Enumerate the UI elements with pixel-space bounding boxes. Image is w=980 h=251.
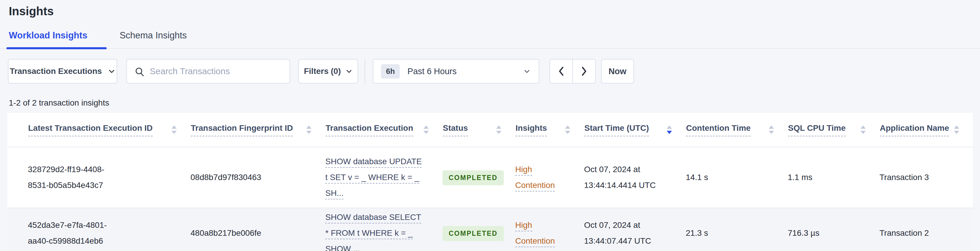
time-pager: [549, 59, 596, 83]
fingerprint-id-cell: 08d8b7d97f830463: [191, 147, 325, 208]
sort-arrows-icon[interactable]: [172, 126, 177, 134]
sql-cpu-time-cell: 716.3 µs: [788, 208, 880, 251]
application-name-cell: Transaction 3: [880, 147, 973, 208]
sql-cpu-time-cell: 1.1 ms: [788, 147, 880, 208]
sort-arrows-icon[interactable]: [496, 126, 501, 134]
time-range-label: Past 6 Hours: [407, 67, 457, 76]
high-contention-link[interactable]: High Contention: [515, 221, 555, 247]
high-contention-link[interactable]: High Contention: [515, 165, 555, 192]
execution-id-cell: 452da3e7-e7fa-4801-aa40-c59988d14eb6: [7, 208, 191, 251]
start-time-cell: Oct 07, 2024 at 13:44:07.447 UTC: [584, 208, 686, 251]
page-title: Insights: [0, 0, 980, 18]
column-header-application-name[interactable]: Application Name: [880, 113, 973, 147]
table-header-row: Latest Transaction Execution ID Transact…: [7, 113, 973, 147]
chevron-down-icon: [523, 67, 531, 75]
column-header-transaction-execution[interactable]: Transaction Execution: [325, 113, 442, 147]
sort-arrows-icon[interactable]: [769, 126, 774, 134]
contention-time-cell: 21.3 s: [686, 208, 788, 251]
time-range-picker[interactable]: 6h Past 6 Hours: [373, 59, 539, 83]
sort-arrows-icon[interactable]: [861, 126, 866, 134]
column-header-start-time[interactable]: Start Time (UTC): [584, 113, 686, 147]
toolbar: Transaction Executions Filters (0) 6h Pa…: [0, 59, 980, 83]
sort-arrows-icon[interactable]: [667, 126, 672, 134]
column-header-fingerprint-id[interactable]: Transaction Fingerprint ID: [191, 113, 325, 147]
toolbar-divider: [364, 59, 365, 83]
search-icon: [135, 67, 145, 77]
fingerprint-id-cell: 480a8b217be006fe: [191, 208, 325, 251]
results-count: 1-2 of 2 transaction insights: [9, 98, 980, 108]
status-cell: COMPLETED: [442, 208, 515, 251]
search-input[interactable]: [127, 59, 290, 83]
application-name-cell: Transaction 2: [880, 208, 973, 251]
transaction-execution-cell: SHOW database UPDATE t SET v = _ WHERE k…: [325, 147, 442, 208]
transaction-execution-link[interactable]: SHOW database UPDATE t SET v = _ WHERE k…: [325, 157, 422, 200]
execution-type-label: Transaction Executions: [10, 67, 102, 76]
insights-cell: High Contention: [515, 208, 584, 251]
column-header-latest-execution-id[interactable]: Latest Transaction Execution ID: [7, 113, 191, 147]
filters-dropdown[interactable]: Filters (0): [298, 59, 358, 83]
tab-workload-insights[interactable]: Workload Insights: [9, 30, 88, 48]
transaction-execution-cell: SHOW database SELECT * FROM t WHERE k = …: [325, 208, 442, 251]
chevron-down-icon: [108, 67, 116, 75]
status-badge: COMPLETED: [442, 170, 504, 185]
chevron-left-icon: [557, 66, 566, 76]
sort-arrows-icon[interactable]: [306, 126, 312, 134]
status-cell: COMPLETED: [442, 147, 515, 208]
chevron-down-icon: [345, 68, 353, 75]
table-row: 452da3e7-e7fa-4801-aa40-c59988d14eb6 480…: [7, 208, 973, 251]
sort-arrows-icon[interactable]: [423, 126, 429, 134]
execution-type-dropdown[interactable]: Transaction Executions: [8, 59, 117, 83]
filters-label: Filters (0): [304, 67, 341, 76]
now-button-label: Now: [608, 67, 626, 76]
now-button[interactable]: Now: [601, 59, 634, 83]
search-box: [126, 59, 290, 83]
transaction-execution-link[interactable]: SHOW database SELECT * FROM t WHERE k = …: [325, 213, 421, 251]
column-header-status[interactable]: Status: [442, 113, 515, 147]
column-header-sql-cpu-time[interactable]: SQL CPU Time: [788, 113, 880, 147]
insights-cell: High Contention: [515, 147, 584, 208]
tab-bar: Workload Insights Schema Insights: [0, 30, 980, 49]
column-header-contention-time[interactable]: Contention Time: [686, 113, 788, 147]
contention-time-cell: 14.1 s: [686, 147, 788, 208]
sort-arrows-icon[interactable]: [954, 126, 959, 134]
status-badge: COMPLETED: [442, 226, 504, 241]
time-previous-button[interactable]: [549, 59, 573, 83]
tab-schema-insights[interactable]: Schema Insights: [119, 30, 187, 48]
time-next-button[interactable]: [572, 59, 596, 83]
start-time-cell: Oct 07, 2024 at 13:44:14.4414 UTC: [584, 147, 686, 208]
time-range-badge: 6h: [381, 64, 400, 78]
column-header-insights[interactable]: Insights: [515, 113, 584, 147]
table-row: 328729d2-ff19-4408-8531-b05a5b4e43c7 08d…: [7, 147, 973, 208]
chevron-right-icon: [580, 66, 589, 76]
sort-arrows-icon[interactable]: [565, 126, 570, 134]
transaction-insights-table: Latest Transaction Execution ID Transact…: [7, 113, 973, 251]
insights-table-card: Latest Transaction Execution ID Transact…: [7, 113, 973, 251]
execution-id-cell: 328729d2-ff19-4408-8531-b05a5b4e43c7: [7, 147, 191, 208]
